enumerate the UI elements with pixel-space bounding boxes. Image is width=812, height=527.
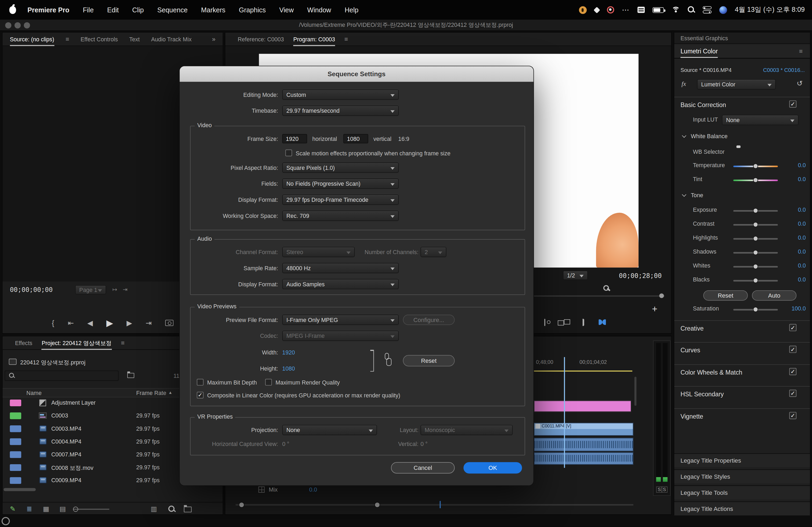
color-wheels-checkbox[interactable]: ✓ — [789, 368, 796, 375]
vertical-scrollbar[interactable] — [635, 377, 637, 406]
menu-file[interactable]: File — [83, 6, 93, 14]
more-tabs-icon[interactable]: » — [212, 35, 215, 43]
collapse-chevron-icon[interactable] — [682, 192, 686, 197]
edit-pencil-icon[interactable]: ✎ — [10, 505, 16, 513]
menu-graphics[interactable]: Graphics — [239, 6, 266, 14]
hsl-secondary-checkbox[interactable]: ✓ — [789, 390, 796, 397]
minimize-button[interactable] — [14, 22, 21, 28]
tab-legacy-title-properties[interactable]: Legacy Title Properties — [674, 453, 810, 467]
battery-icon[interactable] — [653, 7, 664, 13]
step-back-icon[interactable]: ◀ — [87, 319, 93, 327]
tab-legacy-title-tools[interactable]: Legacy Title Tools — [674, 485, 810, 499]
label-color-chip[interactable] — [10, 464, 21, 471]
zoom-slider-track[interactable] — [73, 509, 109, 510]
column-name[interactable]: Name — [26, 390, 42, 396]
label-color-chip[interactable] — [10, 438, 21, 445]
scale-motion-checkbox[interactable] — [286, 149, 292, 156]
preview-height-value[interactable]: 1080 — [282, 365, 295, 372]
menu-view[interactable]: View — [279, 6, 294, 14]
menu-window[interactable]: Window — [307, 6, 331, 14]
timeline-zoom-scrollbar[interactable] — [236, 504, 634, 506]
panel-menu-icon[interactable]: ≡ — [799, 47, 803, 55]
wifi-icon[interactable] — [671, 6, 680, 13]
new-bin-icon[interactable] — [184, 507, 192, 512]
curves-checkbox[interactable]: ✓ — [789, 346, 796, 353]
spotlight-icon[interactable] — [688, 6, 695, 13]
slider-knob[interactable] — [753, 250, 758, 255]
add-marker-icon[interactable]: { — [52, 319, 54, 327]
playhead[interactable] — [564, 357, 565, 468]
tint-value[interactable]: 0.0 — [783, 176, 806, 182]
shadows-slider[interactable] — [733, 252, 778, 254]
recording-indicator-icon[interactable] — [579, 6, 587, 14]
tab-text[interactable]: Text — [129, 32, 140, 46]
close-button[interactable] — [5, 22, 11, 28]
tab-essential-graphics[interactable]: Essential Graphics — [680, 31, 728, 45]
program-zoom-select[interactable]: 1/2 — [563, 271, 588, 280]
temperature-slider[interactable] — [733, 166, 778, 167]
add-button-icon[interactable]: + — [652, 304, 657, 315]
pixel-aspect-ratio-select[interactable]: Square Pixels (1.0) — [282, 163, 399, 173]
app-menu-premiere-pro[interactable]: Premiere Pro — [27, 6, 69, 14]
icon-view-icon[interactable]: ▦ — [43, 505, 49, 513]
export-frame-icon[interactable] — [165, 320, 173, 326]
control-center-icon[interactable] — [703, 6, 712, 13]
dialog-title[interactable]: Sequence Settings — [180, 66, 533, 82]
tab-lumetri-color[interactable]: Lumetri Color — [680, 44, 718, 58]
zoom-button[interactable] — [24, 22, 30, 28]
fields-select[interactable]: No Fields (Progressive Scan) — [282, 178, 399, 189]
editing-mode-select[interactable]: Custom — [282, 90, 399, 100]
cancel-button[interactable]: Cancel — [391, 462, 454, 473]
menu-help[interactable]: Help — [345, 6, 359, 14]
automate-to-sequence-icon[interactable]: ▥ — [151, 505, 157, 513]
search-input[interactable] — [4, 371, 118, 381]
tab-legacy-title-actions[interactable]: Legacy Title Actions — [674, 501, 810, 515]
slider-knob[interactable] — [753, 264, 758, 269]
shadows-value[interactable]: 0.0 — [783, 249, 806, 255]
frame-height-input[interactable]: 1080 — [344, 134, 368, 144]
reset-effect-icon[interactable]: ↺ — [797, 79, 803, 88]
column-frame-rate[interactable]: Frame Rate — [136, 390, 166, 396]
composite-linear-checkbox[interactable]: ✓ — [197, 392, 204, 398]
lumetri-auto-button[interactable]: Auto — [752, 290, 796, 301]
working-color-space-select[interactable]: Rec. 709 — [282, 211, 399, 221]
maximum-bit-depth-checkbox[interactable] — [197, 379, 204, 386]
menu-sequence[interactable]: Sequence — [157, 6, 188, 14]
scrub-handle[interactable] — [659, 293, 664, 298]
apple-logo-icon[interactable] — [10, 6, 16, 14]
creative-checkbox[interactable]: ✓ — [789, 324, 796, 331]
zoom-slider-handle[interactable] — [73, 507, 78, 512]
lumetri-source-select[interactable]: Source * C0016.MP4 — [680, 67, 731, 73]
export-frame-icon[interactable] — [544, 319, 545, 326]
highlights-value[interactable]: 0.0 — [783, 235, 806, 241]
highlights-slider[interactable] — [733, 238, 778, 240]
vignette-checkbox[interactable]: ✓ — [789, 412, 796, 419]
whites-value[interactable]: 0.0 — [783, 262, 806, 269]
lumetri-target-sequence-link[interactable]: C0003 * C0016... — [763, 67, 805, 73]
ok-button[interactable]: OK — [463, 462, 522, 473]
contrast-slider[interactable] — [733, 224, 778, 226]
panel-menu-icon[interactable]: ≡ — [345, 35, 348, 43]
blacks-value[interactable]: 0.0 — [783, 276, 806, 283]
tab-source[interactable]: Source: (no clips) — [10, 32, 54, 46]
reset-previews-button[interactable]: Reset — [403, 355, 454, 366]
white-balance-header[interactable]: White Balance — [691, 133, 728, 139]
play-button[interactable]: ▶ — [106, 317, 113, 328]
preview-file-format-select[interactable]: I-Frame Only MPEG — [282, 315, 399, 325]
display-format-select[interactable]: 29.97 fps Drop-Frame Timecode — [282, 195, 399, 205]
more-menu-icon[interactable]: ⋯ — [622, 6, 630, 14]
slider-knob[interactable] — [753, 236, 758, 241]
slider-knob[interactable] — [753, 163, 758, 168]
timeline-clip-video[interactable]: C0011.MP4 [V] — [534, 423, 633, 436]
project-file-name[interactable]: 220412 영상색보정.prproj — [20, 359, 85, 366]
menu-edit[interactable]: Edit — [107, 6, 119, 14]
link-icon[interactable] — [385, 353, 389, 360]
mark-out-icon[interactable]: ⇥ — [123, 286, 128, 293]
slider-knob[interactable] — [753, 307, 758, 312]
solo-button[interactable]: S — [661, 486, 668, 493]
lumetri-reset-button[interactable]: Reset — [703, 290, 748, 301]
tab-project[interactable]: Project: 220412 영상색보정 — [42, 336, 112, 350]
label-color-chip[interactable] — [10, 425, 21, 432]
tab-effect-controls[interactable]: Effect Controls — [81, 32, 118, 46]
exposure-slider[interactable] — [733, 210, 778, 212]
